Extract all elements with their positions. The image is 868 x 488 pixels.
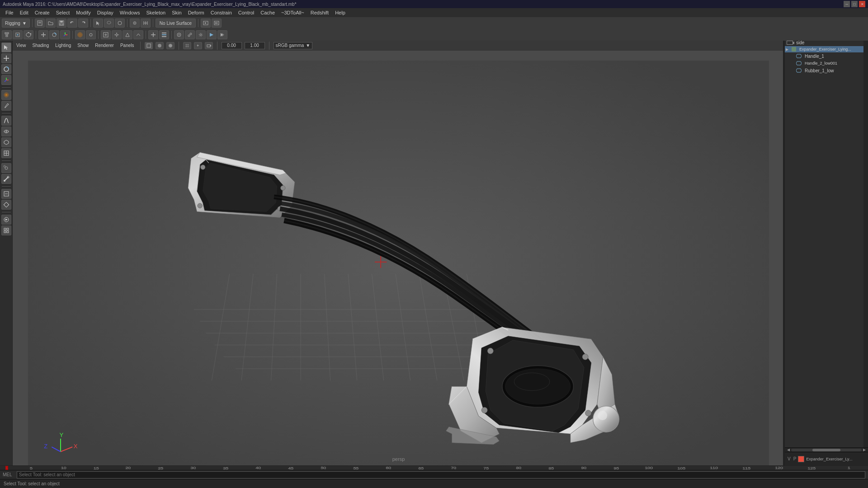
attr-editor-button[interactable] [159,30,169,39]
select-object-button[interactable] [13,30,23,39]
render-sequence-button[interactable] [212,19,222,28]
snap-project-button[interactable] [123,30,132,39]
select-hierachy-button[interactable] [2,30,12,39]
scale-tool-left[interactable] [1,75,11,85]
universal-manip-button[interactable] [86,30,96,39]
new-file-button[interactable] [35,19,45,28]
rotate-tool-left[interactable] [1,64,11,74]
poly-tool[interactable] [1,137,11,147]
render-icon-tool[interactable] [1,215,11,225]
select-tool-button[interactable] [93,19,103,28]
vp-manip-btn[interactable]: + [194,42,202,49]
move-tool-left[interactable] [1,53,11,63]
view-panel-tool[interactable] [1,225,11,235]
vp-menu-view[interactable]: View [14,42,28,49]
maximize-button[interactable]: □ [851,1,858,7]
vp-textured-btn[interactable] [166,42,175,49]
menu-modify[interactable]: Modify [73,9,93,16]
svg-rect-105 [147,44,151,47]
orient-joint-tool[interactable] [1,200,11,210]
mel-input[interactable] [17,471,865,479]
outliner-item-expander-group[interactable]: ▶ Expander_Exerciser_Lying... [785,46,868,52]
render-settings-button[interactable] [196,30,206,39]
menu-redshift[interactable]: Redshift [308,9,331,16]
menu-control[interactable]: Control [236,9,257,16]
add-attr-button[interactable] [148,30,158,39]
show-manip-button[interactable] [101,30,111,39]
open-file-button[interactable] [46,19,56,28]
separator2 [90,19,91,27]
snap-curve-button[interactable] [133,30,143,39]
outliner-item-handle2[interactable]: Handle_2_low001 [785,60,868,67]
vp-cam-btn[interactable] [205,42,213,49]
vp-grid-btn[interactable] [183,42,191,49]
viewport-3d[interactable]: X Y Z persp [13,51,784,465]
outliner-scroll-thumb[interactable] [812,449,840,451]
outliner-scroll-track[interactable] [791,449,862,451]
vp-color-space-dropdown[interactable]: sRGB gamma ▼ [274,42,313,49]
curve-tool[interactable] [1,116,11,126]
surface-tool[interactable] [1,127,11,136]
mode-dropdown[interactable]: Rigging ▼ [2,19,30,28]
vp-menu-panels[interactable]: Panels [118,42,136,49]
move-tool-button[interactable] [38,30,48,39]
zero-pivot-button[interactable] [112,30,122,39]
vp-menu-shading[interactable]: Shading [31,42,51,49]
render-view-button[interactable] [174,30,184,39]
layer-color-swatch[interactable] [798,456,804,462]
menu-cache[interactable]: Cache [258,9,278,16]
outliner-item-handle1[interactable]: Handle_1 [785,52,868,60]
menu-windows[interactable]: Windows [117,9,143,16]
vp-menu-lighting[interactable]: Lighting [53,42,73,49]
menu-skin[interactable]: Skin [169,9,184,16]
vp-near-clip[interactable]: 0.00 [222,42,242,49]
snap-vertex-button[interactable] [130,19,140,28]
vp-sep4 [269,42,269,50]
viewport[interactable]: View Shading Lighting Show Renderer Pane… [13,41,784,465]
select-tool[interactable] [1,42,11,52]
vp-shaded-btn[interactable] [156,42,164,49]
menu-select[interactable]: Select [53,9,73,16]
show-manip-left[interactable] [1,189,11,199]
menu-deform[interactable]: Deform [185,9,207,16]
menu-skeleton[interactable]: Skeleton [143,9,168,16]
snap-grid-button[interactable] [141,19,151,28]
close-button[interactable]: ✕ [859,1,865,7]
rotate-tool-button[interactable] [49,30,59,39]
minimize-button[interactable]: ─ [844,1,850,7]
menu-display[interactable]: Display [94,9,116,16]
joint-tool[interactable] [1,163,11,173]
ik-handle-tool[interactable] [1,174,11,184]
outliner-scrollbar[interactable]: ◀ ▶ [785,447,868,452]
render-frame-button[interactable] [201,19,211,28]
menu-edit[interactable]: Edit [17,9,31,16]
soft-select-button[interactable] [75,30,85,39]
menu-create[interactable]: Create [32,9,52,16]
live-surface-button[interactable]: No Live Surface [156,19,196,28]
menu-3dtoall[interactable]: ~3DToAll~ [278,9,307,16]
outliner-resize-handle[interactable] [783,41,785,465]
undo-button[interactable] [67,19,77,28]
vp-menu-show[interactable]: Show [75,42,90,49]
paint-select-button[interactable] [115,19,125,28]
outliner-vertical-scrollbar[interactable] [863,18,868,447]
scale-tool-button[interactable] [60,30,70,39]
ipr-render-button[interactable] [207,30,217,39]
menu-help[interactable]: Help [332,9,348,16]
lasso-select-button[interactable] [104,19,114,28]
vp-far-clip[interactable]: 1.00 [245,42,265,49]
artisan-brush-tool[interactable] [1,101,11,111]
menu-constrain[interactable]: Constrain [208,9,235,16]
hypershade-button[interactable] [185,30,195,39]
vp-wireframe-btn[interactable] [145,42,153,49]
outliner-item-rubber[interactable]: Rubber_1_low [785,67,868,74]
select-component-button[interactable] [24,30,33,39]
redo-button[interactable] [78,19,88,28]
menu-file[interactable]: File [3,9,16,16]
save-file-button[interactable] [57,19,66,28]
vp-menu-renderer[interactable]: Renderer [93,42,116,49]
batch-render-button[interactable] [217,30,227,39]
lattice-tool[interactable] [1,148,11,158]
soft-mod-tool[interactable] [1,90,11,100]
toolbar1: Rigging ▼ No Live Surface [0,17,868,29]
